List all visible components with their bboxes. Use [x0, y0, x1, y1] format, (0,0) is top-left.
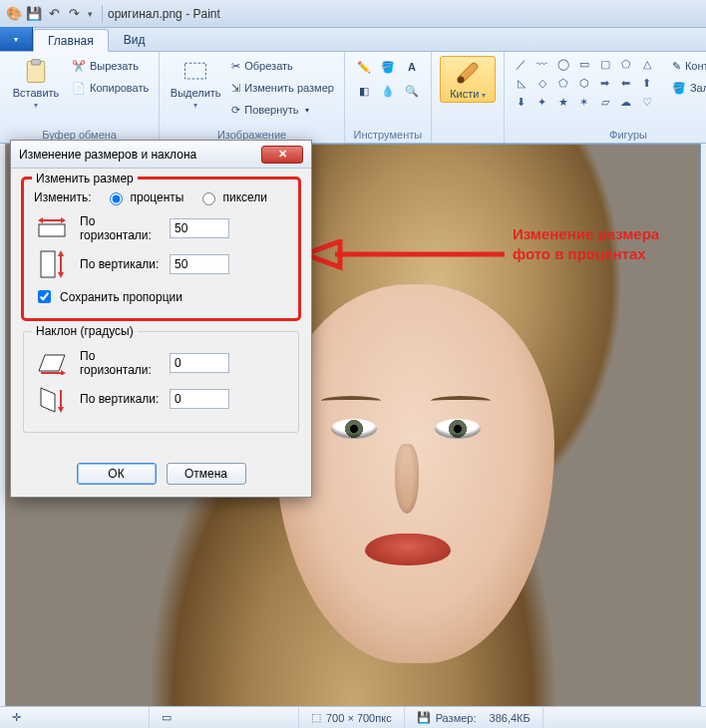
skew-horiz-icon: [34, 348, 70, 378]
qat-dropdown-icon[interactable]: ▾: [88, 9, 93, 19]
keep-aspect-label: Сохранить пропорции: [60, 290, 182, 304]
shape-fill-button[interactable]: 🪣Заливка▾: [670, 78, 706, 98]
resize-vert-input[interactable]: [170, 254, 229, 274]
text-tool[interactable]: A: [401, 56, 423, 78]
svg-marker-8: [38, 217, 43, 223]
dimensions-icon: ⬚: [311, 711, 321, 724]
svg-marker-19: [58, 407, 64, 413]
status-dimensions: ⬚700 × 700пкс: [299, 707, 405, 728]
svg-rect-6: [39, 224, 65, 236]
paste-label: Вставить: [12, 88, 60, 110]
resize-horiz-input[interactable]: [170, 218, 229, 238]
status-selection: ▭: [150, 707, 299, 728]
status-bar: ✛ ▭ ⬚700 × 700пкс 💾Размер: 386,4КБ: [0, 706, 706, 728]
resize-skew-dialog: Изменение размеров и наклона ✕ Изменить …: [10, 140, 312, 498]
redo-icon[interactable]: ↷: [66, 6, 82, 22]
radio-pixels[interactable]: пиксели: [197, 189, 267, 205]
shape-roundrect[interactable]: ▢: [596, 56, 614, 72]
crop-button[interactable]: ✂Обрезать: [229, 56, 336, 76]
resize-icon: ⇲: [231, 82, 240, 95]
scissors-icon: ✂️: [72, 60, 86, 73]
photo-brow: [431, 396, 491, 406]
resize-horiz-icon: [34, 213, 70, 243]
crop-icon: ✂: [231, 60, 240, 73]
picker-tool[interactable]: 💧: [377, 80, 399, 102]
shape-cloud[interactable]: ☁: [617, 94, 635, 110]
eraser-tool[interactable]: ◧: [353, 80, 375, 102]
cancel-button[interactable]: Отмена: [167, 463, 246, 485]
select-label: Выделить: [171, 88, 221, 110]
tab-home[interactable]: Главная: [33, 29, 109, 52]
dialog-close-button[interactable]: ✕: [261, 146, 303, 164]
status-filesize: 💾Размер: 386,4КБ: [405, 707, 543, 728]
zoom-tool[interactable]: 🔍: [401, 80, 423, 102]
svg-marker-16: [61, 370, 66, 375]
photo-brow: [321, 396, 381, 406]
ok-button[interactable]: ОК: [77, 463, 157, 485]
shape-arrow-l[interactable]: ⬅: [617, 75, 635, 91]
svg-marker-13: [58, 272, 64, 278]
shape-arrow-u[interactable]: ⬆: [638, 75, 656, 91]
keep-aspect-checkbox[interactable]: [38, 290, 51, 303]
shape-oval[interactable]: ◯: [554, 56, 572, 72]
shape-polygon[interactable]: ⬠: [617, 56, 635, 72]
undo-icon[interactable]: ↶: [46, 6, 62, 22]
brushes-label: Кисти: [450, 89, 485, 100]
title-appname: Paint: [192, 7, 219, 21]
shape-rect[interactable]: ▭: [575, 56, 593, 72]
annotation-arrow: [305, 239, 505, 289]
skew-horiz-input[interactable]: [170, 353, 229, 373]
shape-arrow-r[interactable]: ➡: [596, 75, 614, 91]
skew-vert-input[interactable]: [170, 389, 229, 409]
shape-hexagon[interactable]: ⬡: [575, 75, 593, 91]
skew-vert-label: По вертикали:: [80, 392, 160, 406]
cursor-icon: ✛: [12, 711, 21, 724]
shape-arrow-d[interactable]: ⬇: [513, 94, 530, 110]
annotation-text: Изменение размера фото в процентах: [513, 224, 692, 263]
shape-pentagon[interactable]: ⬠: [554, 75, 572, 91]
photo-eye: [435, 419, 481, 439]
shape-curve[interactable]: 〰: [533, 56, 551, 72]
shape-star5[interactable]: ★: [554, 94, 572, 110]
svg-rect-2: [185, 63, 206, 79]
brushes-button[interactable]: Кисти: [440, 56, 496, 103]
file-menu-button[interactable]: [0, 27, 33, 51]
shape-outline-button[interactable]: ✎Контур▾: [670, 56, 706, 76]
shape-star6[interactable]: ✶: [575, 94, 593, 110]
shape-line[interactable]: ／: [513, 56, 530, 72]
dialog-title: Изменение размеров и наклона: [19, 148, 196, 162]
copy-button[interactable]: 📄Копировать: [70, 78, 151, 98]
outline-icon: ✎: [672, 60, 681, 73]
radio-percent-input[interactable]: [110, 192, 123, 205]
window-titlebar: 🎨 💾 ↶ ↷ ▾ оригинал.png - Paint: [0, 0, 706, 28]
tab-view[interactable]: Вид: [109, 28, 161, 51]
shape-triangle[interactable]: △: [638, 56, 656, 72]
svg-marker-14: [39, 355, 65, 371]
shape-diamond[interactable]: ◇: [533, 75, 551, 91]
skew-legend: Наклон (градусы): [32, 324, 138, 338]
skew-vert-icon: [34, 384, 70, 414]
ribbon-group-shapes: ／ 〰 ◯ ▭ ▢ ⬠ △ ◺ ◇ ⬠ ⬡ ➡ ⬅ ⬆ ⬇ ✦ ★ ✶ ▱ ☁: [505, 52, 706, 143]
pencil-tool[interactable]: ✏️: [353, 56, 375, 78]
cut-button[interactable]: ✂️Вырезать: [70, 56, 151, 76]
shape-callout[interactable]: ▱: [596, 94, 614, 110]
rotate-button[interactable]: ⟳Повернуть▾: [229, 100, 336, 120]
shape-heart[interactable]: ♡: [638, 94, 656, 110]
radio-percent[interactable]: проценты: [105, 189, 183, 205]
save-icon[interactable]: 💾: [26, 6, 42, 22]
select-button[interactable]: Выделить: [168, 56, 223, 112]
title-filename: оригинал.png: [108, 7, 182, 21]
shapes-gallery[interactable]: ／ 〰 ◯ ▭ ▢ ⬠ △ ◺ ◇ ⬠ ⬡ ➡ ⬅ ⬆ ⬇ ✦ ★ ✶ ▱ ☁: [513, 56, 658, 112]
ribbon-tabstrip: Главная Вид: [0, 28, 706, 52]
group-label-tools: Инструменты: [345, 129, 431, 141]
paste-button[interactable]: Вставить: [8, 56, 64, 112]
radio-pixels-input[interactable]: [202, 192, 215, 205]
dialog-titlebar[interactable]: Изменение размеров и наклона ✕: [11, 141, 311, 169]
resize-legend: Изменить размер: [32, 172, 138, 185]
resize-fieldset: Изменить размер Изменить: проценты пиксе…: [23, 179, 299, 319]
shape-rtriangle[interactable]: ◺: [513, 75, 530, 91]
fill-tool[interactable]: 🪣: [377, 56, 399, 78]
resize-button[interactable]: ⇲Изменить размер: [229, 78, 336, 98]
shape-star4[interactable]: ✦: [533, 94, 551, 110]
selection-icon: ▭: [162, 711, 172, 724]
